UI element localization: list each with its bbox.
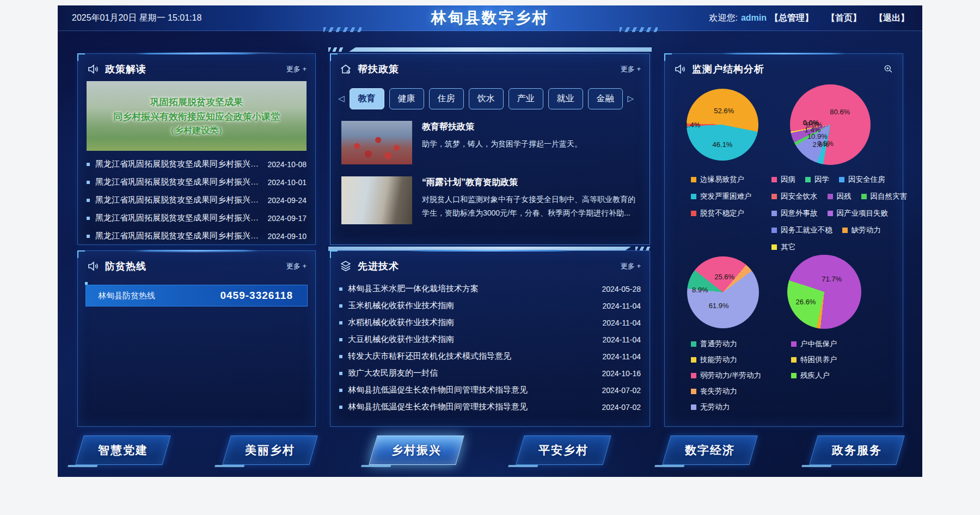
tech-bar-decoration (349, 47, 652, 52)
pie-label: 2.6% (812, 140, 829, 148)
legend-swatch (791, 341, 797, 347)
tech-list-item[interactable]: 致广大农民朋友的一封信 2024-10-16 (330, 365, 650, 382)
policy-more-button[interactable]: 更多 + (286, 64, 307, 74)
legend-item: 突发严重困难户 (691, 192, 752, 201)
assist-more-button[interactable]: 更多 + (621, 64, 641, 74)
policy-item-title: 黑龙江省巩固拓展脱贫攻坚成果同乡村振兴有效... (95, 195, 260, 205)
nav-button-label: 数字经济 (666, 436, 754, 465)
legend-item: 技能劳动力 (691, 355, 761, 365)
tech-list-item[interactable]: 林甸县抗低温促生长农作物田间管理技术指导意见 2024-07-02 (330, 398, 650, 415)
tech-item-title: 水稻机械化收获作业技术指南 (348, 317, 595, 328)
legend-item: 因病 (771, 175, 795, 185)
tech-panel: 先进技术 更多 + 林甸县玉米水肥一体化栽培技术方案 2024-05-28 玉米… (330, 250, 650, 427)
datetime-display: 2025年01月20日 星期一 15:01:18 (72, 5, 201, 30)
nav-safe-village[interactable]: 平安乡村 (520, 436, 607, 465)
tech-item-date: 2024-11-04 (602, 318, 641, 327)
tab-health[interactable]: 健康 (389, 88, 424, 109)
policy-banner-image[interactable]: 巩固拓展脱贫攻坚成果 同乡村振兴有效衔接应知应会政策小课堂 （乡村建设类） (87, 81, 307, 151)
policy-list-item[interactable]: 黑龙江省巩固拓展脱贫攻坚成果同乡村振兴有效... 2024-10-01 (78, 173, 315, 191)
tab-employment[interactable]: 就业 (548, 88, 583, 109)
analysis-panel: 监测户结构分析 52.6% 1.4% 46.1% 80.6% 0.0% 0.0%… (664, 53, 903, 427)
policy-item-date: 2024-09-17 (267, 214, 307, 223)
nav-smart-party-building[interactable]: 智慧党建 (79, 436, 167, 465)
legend-swatch (828, 211, 833, 216)
policy-list-item[interactable]: 黑龙江省巩固拓展脱贫攻坚成果同乡村振兴有效... 2024-09-17 (78, 209, 315, 227)
legend-label: 弱劳动力/半劳动力 (700, 371, 761, 381)
bullet-icon (339, 406, 342, 409)
legend-swatch (691, 341, 696, 347)
yulu-plan-photo (341, 176, 412, 224)
tech-item-title: 林甸县玉米水肥一体化栽培技术方案 (348, 284, 594, 294)
tech-panel-title: 先进技术 (358, 260, 399, 273)
tech-list-item[interactable]: 转发大庆市秸秆还田农机化技术模式指导意见 2024-11-04 (330, 348, 650, 365)
tech-item-title: 林甸县抗低温促生长农作物田间管理技术指导意见 (348, 402, 594, 412)
tab-finance[interactable]: 金融 (588, 88, 623, 109)
nav-button-label: 智慧党建 (79, 436, 167, 465)
tabs-prev-arrow-icon[interactable]: ◁ (338, 94, 345, 103)
bullet-icon (339, 338, 342, 341)
nav-government-services[interactable]: 政务服务 (813, 436, 901, 465)
policy-item-date: 2024-09-10 (267, 232, 307, 241)
legend-swatch (805, 177, 811, 182)
logout-link[interactable]: 【退出】 (874, 5, 909, 30)
tech-item-date: 2024-07-02 (602, 403, 641, 412)
pie-label: 80.6% (830, 108, 850, 116)
pie-label: 25.6% (714, 272, 734, 280)
tab-housing[interactable]: 住房 (429, 88, 464, 109)
bullet-icon (339, 389, 342, 392)
tabs-next-arrow-icon[interactable]: ▷ (628, 94, 634, 103)
policy-list-item[interactable]: 黑龙江省巩固拓展脱贫攻坚成果同乡村振兴有效... 2024-09-10 (78, 227, 315, 245)
pie-label: 1.4% (684, 121, 701, 129)
policy-list-item[interactable]: 黑龙江省巩固拓展脱贫攻坚成果同乡村振兴有效... 2024-10-08 (78, 155, 315, 173)
speaker-icon (87, 63, 100, 76)
nav-beautiful-village[interactable]: 美丽乡村 (226, 436, 314, 465)
tech-item-date: 2024-10-16 (602, 369, 641, 378)
nav-rural-revitalization[interactable]: 乡村振兴 (373, 436, 460, 465)
policy-item-title: 黑龙江省巩固拓展脱贫攻坚成果同乡村振兴有效... (95, 159, 260, 169)
top-header-bar: 2025年01月20日 星期一 15:01:18 林甸县数字乡村 欢迎您: ad… (58, 5, 922, 31)
legend-label: 其它 (781, 242, 795, 252)
tech-list-item[interactable]: 林甸县抗低温促生长农作物田间管理技术指导意见 2024-07-02 (330, 382, 650, 398)
legend-item: 缺劳动力 (842, 225, 881, 235)
nav-digital-economy[interactable]: 数字经济 (666, 436, 754, 465)
policy-list-item[interactable]: 黑龙江省巩固拓展脱贫攻坚成果同乡村振兴有效... 2024-09-24 (78, 191, 315, 209)
tech-item-title: 林甸县抗低温促生长农作物田间管理技术指导意见 (348, 385, 594, 395)
legend-item: 因安全饮水 (771, 192, 818, 201)
home-link[interactable]: 【首页】 (826, 5, 861, 30)
legend-label: 因学 (814, 175, 829, 185)
pie-chart-poverty-cause: 80.6% 0.0% 0.0% 1.4% 10.9% 0.5% 2.6% (790, 84, 871, 165)
legend-item: 边缘易致贫户 (691, 175, 752, 185)
tab-industry[interactable]: 产业 (509, 88, 543, 109)
zoom-in-icon[interactable] (883, 64, 894, 75)
tech-item-date: 2024-05-28 (602, 285, 641, 293)
tab-water[interactable]: 饮水 (469, 88, 504, 109)
assist-article[interactable]: 教育帮扶政策 助学，筑梦，铸人，为贫困学子撑起一片蓝天。 (341, 119, 640, 166)
tech-item-date: 2024-07-02 (602, 386, 641, 395)
legend-label: 普通劳动力 (700, 339, 737, 349)
pie-chart-labor-structure: 25.6% 8.9% 61.9% (687, 256, 759, 328)
speaker-icon (673, 63, 687, 76)
legend-swatch (861, 194, 867, 199)
legend-labor-structure: 普通劳动力 技能劳动力 弱劳动力/半劳动力 丧失劳动力 无劳动力 (691, 339, 761, 412)
policy-panel: 政策解读 更多 + 巩固拓展脱贫攻坚成果 同乡村振兴有效衔接应知应会政策小课堂 … (77, 53, 316, 245)
hotline-name: 林甸县防贫热线 (98, 291, 155, 301)
legend-label: 因自然灾害 (871, 192, 908, 201)
tech-list-item[interactable]: 林甸县玉米水肥一体化栽培技术方案 2024-05-28 (330, 280, 650, 297)
assist-article[interactable]: “雨露计划”教育资助政策 对脱贫人口和监测对象中有子女接受全日制中、高等职业教育… (341, 175, 640, 229)
legend-swatch (771, 228, 777, 233)
house-icon (339, 63, 352, 76)
legend-label: 缺劳动力 (852, 225, 881, 235)
legend-swatch (691, 357, 696, 363)
tech-item-date: 2024-11-04 (602, 302, 641, 310)
legend-label: 因病 (781, 175, 795, 185)
tech-list-item[interactable]: 水稻机械化收获作业技术指南 2024-11-04 (330, 314, 650, 331)
legend-label: 特困供养户 (800, 355, 837, 365)
policy-item-title: 黑龙江省巩固拓展脱贫攻坚成果同乡村振兴有效... (95, 231, 260, 241)
tech-list-item[interactable]: 玉米机械化收获作业技术指南 2024-11-04 (330, 297, 650, 314)
tab-education[interactable]: 教育 (350, 88, 384, 109)
tech-more-button[interactable]: 更多 + (621, 261, 641, 271)
tech-list-item[interactable]: 大豆机械化收获作业技术指南 2024-11-04 (330, 331, 650, 348)
legend-item: 普通劳动力 (691, 339, 761, 349)
hotline-more-button[interactable]: 更多 + (286, 261, 307, 271)
username: admin (741, 5, 767, 30)
